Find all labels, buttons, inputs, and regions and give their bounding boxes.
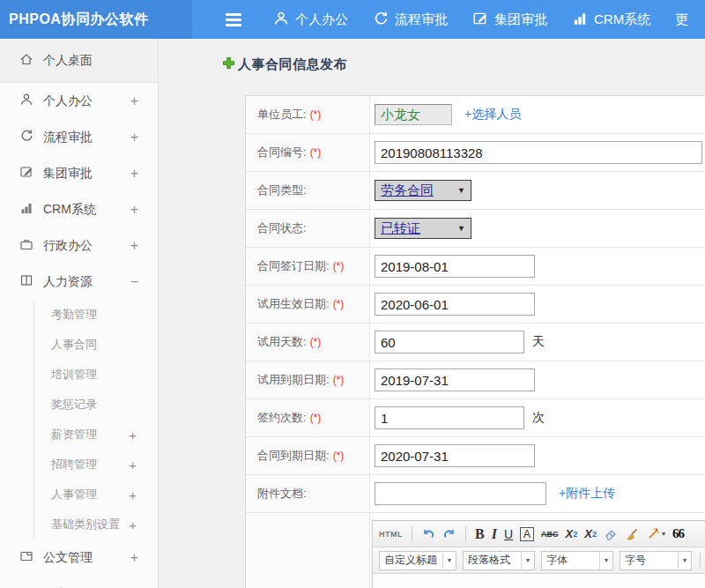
field-label: 合同编号:: [257, 145, 307, 160]
nav-crm-system[interactable]: CRM系统: [572, 11, 650, 29]
plus-icon: [222, 56, 235, 73]
document-icon: [19, 549, 43, 566]
custom-title-combo[interactable]: 自定义标题 ▾: [379, 551, 456, 570]
font-size-combo[interactable]: 字号 ▾: [620, 551, 692, 570]
sidebar-subitem-base-category[interactable]: 基础类别设置 +: [0, 510, 158, 540]
sidebar-subitem-hr-contract[interactable]: 人事合同: [0, 330, 158, 360]
field-label: 合同签订日期:: [257, 258, 330, 274]
employee-field[interactable]: 小龙女: [375, 104, 452, 125]
form-row-attachment: 附件文档: +附件上传: [246, 475, 705, 513]
toolbar-separator: [412, 526, 412, 541]
toolbar-separator: [465, 526, 466, 541]
form-row-sign-count: 签约次数: (*) 次: [246, 399, 705, 437]
rich-text-editor: HTML B I U A ABC X2 X2: [372, 520, 705, 588]
select-person-link[interactable]: +选择人员: [464, 107, 521, 123]
workflow-icon: [19, 129, 43, 145]
contract-type-select[interactable]: 劳务合同 ▼: [375, 180, 471, 201]
field-label: 附件文档:: [257, 486, 307, 502]
font-color-button[interactable]: A: [520, 527, 534, 541]
field-label: 合同状态:: [257, 220, 307, 236]
sidebar-item-personal-office[interactable]: 个人办公 +: [0, 83, 158, 119]
bar-chart-icon: [572, 11, 588, 29]
bold-button[interactable]: B: [475, 526, 485, 542]
nav-more[interactable]: 更: [675, 11, 688, 28]
required-mark: (*): [310, 108, 322, 121]
font-family-combo[interactable]: 字体 ▾: [541, 551, 613, 570]
required-mark: (*): [333, 298, 345, 310]
main-content: 人事合同信息发布 单位员工: (*) 小龙女 +选择人员 合同编号: (*): [159, 39, 705, 588]
nav-personal-office[interactable]: 个人办公: [273, 11, 348, 29]
unit-days: 天: [532, 334, 545, 350]
italic-button[interactable]: I: [492, 526, 497, 542]
sidebar-subitem-recruitment[interactable]: 招聘管理 +: [0, 450, 158, 480]
sidebar-subitem-personnel[interactable]: 人事管理 +: [0, 480, 158, 510]
blockquote-button[interactable]: 66: [672, 526, 684, 541]
html-source-button[interactable]: HTML: [379, 530, 403, 539]
sign-date-input[interactable]: [375, 255, 535, 278]
contract-number-input[interactable]: [375, 141, 702, 164]
contract-status-select[interactable]: 已转证 ▼: [375, 218, 471, 239]
person-icon: [19, 93, 43, 109]
form-row-contract-no: 合同编号: (*): [246, 134, 705, 172]
chevron-down-icon: ▼: [457, 224, 465, 233]
form-row-trial-days: 试用天数: (*) 天: [246, 324, 705, 361]
required-mark: (*): [310, 146, 322, 159]
hr-submenu: 考勤管理 人事合同 培训管理 奖惩记录 薪资管理 + 招聘管理 +: [0, 300, 158, 540]
chevron-down-icon: ▾: [521, 552, 534, 569]
briefcase-icon: [19, 237, 43, 254]
editor-content-area[interactable]: [373, 574, 705, 588]
app-window: PHPOA协同办公软件 个人办公 流程审批 集团审批 CRM系统 更: [0, 0, 705, 588]
sidebar: 个人桌面 个人办公 + 流程审批 + 集团审批 + CRM系统 + 行政办公 +: [0, 39, 159, 588]
strikethrough-button[interactable]: ABC: [541, 530, 559, 539]
wand-icon[interactable]: ▾: [646, 527, 665, 541]
sidebar-item-admin-office[interactable]: 行政办公 +: [0, 227, 158, 264]
menu-toggle-icon[interactable]: [226, 13, 241, 26]
attachment-input[interactable]: [375, 482, 546, 505]
underline-button[interactable]: U: [504, 527, 513, 541]
edit-icon: [472, 11, 488, 29]
sidebar-subitem-rewards[interactable]: 奖惩记录: [0, 390, 158, 420]
sidebar-subitem-training[interactable]: 培训管理: [0, 360, 158, 390]
redo-icon[interactable]: [442, 527, 456, 541]
form-row-contract-type: 合同类型: 劳务合同 ▼: [246, 172, 705, 210]
paragraph-format-combo[interactable]: 段落格式 ▾: [463, 551, 535, 570]
unit-times: 次: [532, 410, 545, 426]
subscript-button[interactable]: X2: [584, 527, 597, 540]
sidebar-item-personal-desktop[interactable]: 个人桌面: [0, 39, 158, 83]
undo-icon[interactable]: [421, 527, 435, 541]
field-label: 试用天数:: [257, 334, 307, 350]
attachment-upload-link[interactable]: +附件上传: [559, 486, 615, 502]
contract-form: 单位员工: (*) 小龙女 +选择人员 合同编号: (*): [245, 95, 705, 588]
required-mark: (*): [333, 450, 345, 462]
field-label: 试用生效日期:: [257, 296, 330, 312]
sidebar-subitem-salary[interactable]: 薪资管理 +: [0, 420, 158, 450]
chevron-down-icon: ▾: [662, 530, 665, 538]
required-mark: (*): [310, 336, 322, 348]
editor-toolbar-row1: HTML B I U A ABC X2 X2: [373, 521, 705, 547]
sign-count-input[interactable]: [375, 406, 524, 429]
sidebar-item-group-approval[interactable]: 集团审批 +: [0, 155, 158, 191]
contract-end-date-input[interactable]: [375, 444, 535, 467]
workflow-icon: [373, 11, 389, 29]
trial-days-input[interactable]: [375, 331, 524, 354]
sidebar-item-crm-system[interactable]: CRM系统 +: [0, 191, 158, 227]
sidebar-item-official-docs[interactable]: 公文管理 +: [0, 540, 158, 576]
app-logo: PHPOA协同办公软件: [0, 0, 192, 39]
broom-icon[interactable]: [625, 527, 639, 541]
sidebar-subitem-attendance[interactable]: 考勤管理: [0, 300, 158, 330]
nav-group-approval[interactable]: 集团审批: [472, 11, 547, 29]
superscript-button[interactable]: X2: [566, 527, 578, 540]
field-label: 签约次数:: [257, 410, 307, 426]
trial-end-date-input[interactable]: [375, 368, 535, 391]
sidebar-item-workflow-approval[interactable]: 流程审批 +: [0, 119, 158, 155]
home-icon: [19, 52, 43, 69]
field-label: 单位员工:: [257, 107, 307, 123]
form-row-contract-status: 合同状态: 已转证 ▼: [246, 210, 705, 248]
trial-start-date-input[interactable]: [375, 293, 535, 316]
nav-workflow-approval[interactable]: 流程审批: [373, 11, 448, 29]
sidebar-item-vehicle-management[interactable]: 用车管理 +: [0, 576, 158, 588]
sidebar-item-human-resources[interactable]: 人力资源 −: [0, 264, 158, 300]
eraser-icon[interactable]: [604, 527, 618, 541]
field-label: 试用到期日期:: [257, 372, 330, 388]
editor-toolbar-row2: 自定义标题 ▾ 段落格式 ▾ 字体 ▾: [373, 547, 705, 574]
